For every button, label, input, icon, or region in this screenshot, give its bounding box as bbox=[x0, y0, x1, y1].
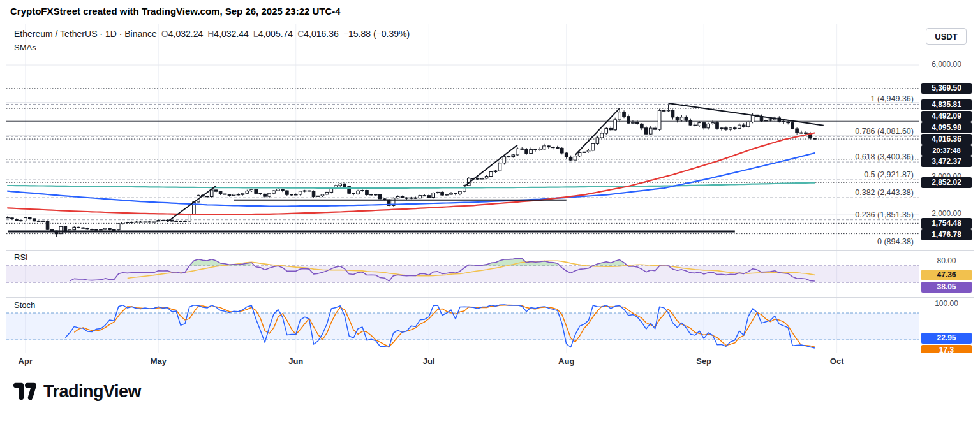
candle-body bbox=[587, 150, 590, 152]
candle-body bbox=[436, 192, 440, 193]
candle-body bbox=[516, 149, 519, 155]
fib-level-label: 1 (4,949.36) bbox=[871, 94, 914, 103]
ohlc-value: L4,005.74 bbox=[253, 29, 293, 39]
candle-body bbox=[228, 194, 231, 196]
candle-body bbox=[15, 219, 19, 220]
candle-body bbox=[161, 221, 165, 221]
candle-body bbox=[188, 214, 191, 221]
candle-body bbox=[82, 228, 85, 228]
candle-body bbox=[241, 193, 244, 194]
ohlc-value: C4,016.36 bbox=[297, 29, 339, 39]
candle-body bbox=[596, 138, 599, 143]
candle-body bbox=[414, 198, 417, 198]
candle-body bbox=[645, 128, 648, 134]
candle-body bbox=[480, 178, 484, 179]
candle-body bbox=[547, 146, 551, 147]
candle-body bbox=[33, 219, 36, 221]
candle-body bbox=[37, 221, 40, 221]
candle-body bbox=[219, 191, 222, 194]
tradingview-logo-text: TradingView bbox=[43, 382, 141, 402]
candle-body bbox=[507, 157, 510, 157]
candle-body bbox=[800, 133, 803, 133]
price-level-badge: 1,476.78 bbox=[921, 229, 972, 240]
candle-body bbox=[445, 194, 449, 195]
candle-body bbox=[113, 229, 116, 230]
candle-body bbox=[720, 128, 724, 129]
rsi-overbought-fill bbox=[189, 259, 251, 266]
tradingview-logo-icon bbox=[13, 381, 37, 402]
candle-body bbox=[401, 196, 404, 198]
sma-red-line bbox=[8, 133, 815, 215]
candle-body bbox=[605, 128, 608, 133]
candle-body bbox=[525, 149, 528, 154]
indicator-label-stoch[interactable]: Stoch bbox=[14, 300, 35, 310]
candle-body bbox=[410, 198, 413, 198]
candle-body bbox=[255, 189, 258, 193]
candle-body bbox=[375, 194, 378, 195]
pane-separator[interactable] bbox=[6, 297, 974, 298]
fib-level-label: 0.382 (2,443.38) bbox=[855, 188, 914, 197]
candle-body bbox=[498, 163, 501, 171]
candle-body bbox=[627, 117, 630, 124]
ohlc-value: H4,032.44 bbox=[207, 29, 249, 39]
candle-body bbox=[485, 177, 488, 178]
attribution-text: CryptoFXStreet created with TradingView.… bbox=[10, 6, 341, 17]
candle-body bbox=[600, 133, 604, 138]
candle-body bbox=[419, 196, 422, 198]
candle-body bbox=[308, 191, 311, 191]
candle-body bbox=[24, 218, 27, 221]
candle-body bbox=[454, 193, 457, 194]
chart-canvas[interactable]: 1 (4,949.36)0.786 (4,081.60)0.618 (3,400… bbox=[6, 24, 919, 370]
candle-body bbox=[574, 156, 577, 160]
candle-body bbox=[214, 190, 218, 191]
candle-body bbox=[294, 194, 297, 195]
month-axis-label: Apr bbox=[19, 356, 33, 366]
candle-body bbox=[725, 128, 728, 129]
indicator-label-rsi[interactable]: RSI bbox=[14, 252, 28, 262]
change-value: −15.88 (−0.39%) bbox=[343, 29, 410, 39]
candle-body bbox=[729, 128, 732, 129]
candle-body bbox=[556, 147, 560, 148]
candle-body bbox=[698, 123, 701, 126]
candle-body bbox=[791, 123, 794, 129]
candle-body bbox=[370, 194, 373, 195]
price-level-badge: 4,492.09 bbox=[921, 111, 972, 122]
candle-body bbox=[170, 220, 174, 221]
price-level-badge: 2,852.02 bbox=[921, 177, 972, 188]
candle-body bbox=[450, 193, 453, 194]
candle-body bbox=[609, 128, 612, 129]
candle-body bbox=[299, 191, 302, 194]
tradingview-branding[interactable]: TradingView bbox=[13, 381, 141, 402]
candle-body bbox=[6, 217, 9, 218]
candle-body bbox=[565, 153, 568, 157]
candle-body bbox=[95, 229, 98, 230]
price-level-badge: 1,754.48 bbox=[921, 218, 972, 229]
time-axis[interactable]: AprMayJunJulAugSepOct bbox=[6, 353, 974, 370]
candle-body bbox=[423, 196, 426, 196]
candle-body bbox=[534, 149, 537, 150]
candle-body bbox=[623, 112, 626, 117]
price-scale[interactable]: USDT 6,000.003,000.002,000.0080.00100.00… bbox=[919, 24, 974, 370]
candle-body bbox=[205, 196, 209, 197]
candle-body bbox=[653, 128, 657, 129]
candle-body bbox=[121, 222, 124, 224]
stoch-band bbox=[6, 313, 919, 340]
indicator-label-smas[interactable]: SMAs bbox=[14, 43, 36, 52]
candle-body bbox=[246, 191, 249, 194]
candle-body bbox=[694, 125, 697, 126]
candle-body bbox=[671, 110, 674, 117]
candle-body bbox=[148, 222, 151, 222]
candle-body bbox=[521, 149, 524, 149]
fib-level-label: 0.5 (2,921.87) bbox=[864, 170, 914, 179]
candle-body bbox=[503, 157, 506, 163]
currency-toggle-button[interactable]: USDT bbox=[926, 28, 967, 45]
candle-body bbox=[716, 123, 719, 129]
candle-body bbox=[689, 120, 692, 125]
pane-separator[interactable] bbox=[6, 250, 974, 251]
candle-body bbox=[746, 122, 750, 126]
candle-body bbox=[157, 221, 160, 222]
symbol-title[interactable]: Ethereum / TetherUS · 1D · Binance bbox=[14, 29, 157, 39]
price-level-badge: 5,369.50 bbox=[921, 83, 972, 94]
fib-level-label: 0 (894.38) bbox=[877, 237, 914, 246]
candle-body bbox=[268, 193, 271, 196]
